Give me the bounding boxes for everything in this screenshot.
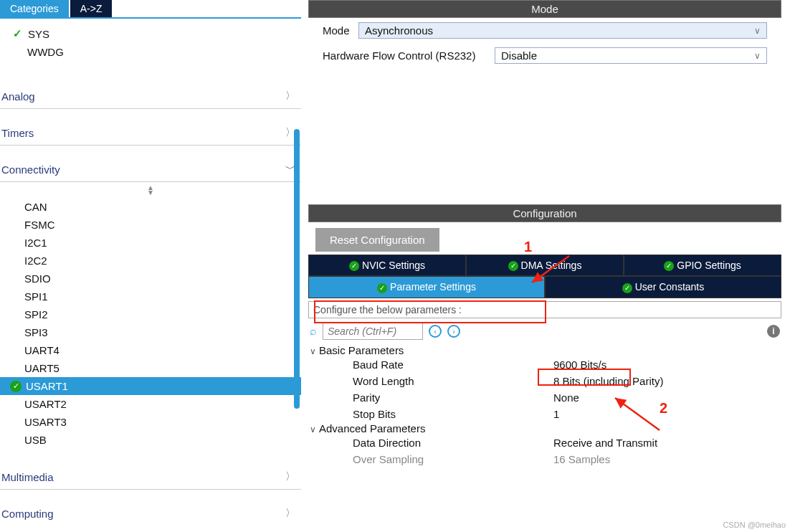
configure-instruction: Configure the below parameters : <box>308 301 781 318</box>
tab-parameter-settings[interactable]: ✓Parameter Settings <box>308 276 545 298</box>
search-input[interactable] <box>323 323 423 340</box>
expand-icon: ∨ <box>310 346 316 356</box>
stop-bits-label: Stop Bits <box>353 408 553 420</box>
section-connectivity[interactable]: Connectivity ﹀ <box>0 156 301 182</box>
scrollbar[interactable] <box>294 129 300 409</box>
expand-icon: ∨ <box>310 424 316 434</box>
tree-item-label: UART5 <box>24 362 60 374</box>
tree-item-spi1[interactable]: SPI1 <box>0 288 301 305</box>
section-computing[interactable]: Computing 〉 <box>0 500 301 526</box>
tree-item-label: SPI3 <box>24 326 48 338</box>
reset-configuration-button[interactable]: Reset Configuration <box>315 228 439 252</box>
check-icon: ✓ <box>349 261 359 271</box>
section-label: Timers <box>1 127 34 139</box>
search-icon[interactable]: ⌕ <box>310 325 317 338</box>
tree-item-usart3[interactable]: USART3 <box>0 413 301 431</box>
tab-nvic-settings[interactable]: ✓NVIC Settings <box>308 255 466 276</box>
hwfc-label: Hardware Flow Control (RS232) <box>323 49 495 62</box>
tree-item[interactable]: WWDG <box>0 43 301 61</box>
section-label: Computing <box>1 508 54 520</box>
check-icon: ✓ <box>13 27 22 40</box>
chevron-right-icon: 〉 <box>285 470 295 483</box>
tree-item-label: I2C1 <box>24 237 47 249</box>
group-basic-parameters[interactable]: ∨Basic Parameters <box>310 344 780 356</box>
prev-button[interactable]: ‹ <box>429 325 442 338</box>
tree-item-spi2[interactable]: SPI2 <box>0 305 301 323</box>
mode-value: Asynchronous <box>365 24 433 37</box>
tree-item-label: I2C2 <box>24 255 47 267</box>
check-icon: ✓ <box>10 381 22 392</box>
check-icon: ✓ <box>664 261 674 271</box>
section-analog[interactable]: Analog 〉 <box>0 82 301 109</box>
sort-handle-icon[interactable]: ▲▼ <box>0 182 301 198</box>
check-icon: ✓ <box>508 261 518 271</box>
tree-item-usb[interactable]: USB <box>0 431 301 449</box>
mode-select[interactable]: Asynchronous ∨ <box>358 22 767 39</box>
data-direction-value[interactable]: Receive and Transmit <box>553 437 657 449</box>
tree-item-spi3[interactable]: SPI3 <box>0 323 301 341</box>
configuration-header: Configuration <box>308 204 781 222</box>
tree-item-label: USB <box>24 434 47 446</box>
over-sampling-value: 16 Samples <box>553 453 610 465</box>
section-multimedia[interactable]: Multimedia 〉 <box>0 463 301 490</box>
info-icon[interactable]: i <box>767 325 780 338</box>
group-advanced-parameters[interactable]: ∨Advanced Parameters <box>310 422 780 434</box>
hwfc-select[interactable]: Disable ∨ <box>495 47 767 64</box>
check-icon: ✓ <box>377 283 387 293</box>
tab-a-to-z[interactable]: A->Z <box>70 0 113 17</box>
tree-item-label: SPI1 <box>24 290 48 303</box>
section-label: Connectivity <box>1 163 60 176</box>
section-label: Analog <box>1 90 35 103</box>
tree-item[interactable]: ✓SYS <box>0 24 301 43</box>
word-length-value[interactable]: 8 Bits (including Parity) <box>553 375 663 387</box>
baud-rate-value[interactable]: 9600 Bits/s <box>553 358 606 371</box>
tree-item-can[interactable]: CAN <box>0 198 301 216</box>
tree-item-label: SDIO <box>24 272 51 285</box>
section-timers[interactable]: Timers 〉 <box>0 119 301 146</box>
tab-underline <box>0 17 301 19</box>
chevron-right-icon: 〉 <box>285 507 295 520</box>
word-length-label: Word Length <box>353 375 553 387</box>
tab-categories[interactable]: Categories <box>0 0 69 17</box>
tree-item-usart1[interactable]: ✓USART1 <box>0 377 301 395</box>
tree-item-sdio[interactable]: SDIO <box>0 270 301 288</box>
next-button[interactable]: › <box>447 325 460 338</box>
tree-item-label: SYS <box>28 28 49 40</box>
tab-user-constants[interactable]: ✓User Constants <box>545 276 781 298</box>
check-icon: ✓ <box>622 283 632 293</box>
tree-item-uart5[interactable]: UART5 <box>0 359 301 377</box>
mode-label: Mode <box>323 24 358 37</box>
tree-item-fsmc[interactable]: FSMC <box>0 216 301 234</box>
tree-item-label: USART3 <box>24 416 67 428</box>
chevron-down-icon: ∨ <box>754 26 761 36</box>
hwfc-value: Disable <box>501 49 537 62</box>
tree-item-label: WWDG <box>27 46 64 58</box>
parity-value[interactable]: None <box>553 391 579 404</box>
tree-item-label: USART2 <box>24 398 67 410</box>
tab-gpio-settings[interactable]: ✓GPIO Settings <box>624 255 781 276</box>
tree-item-i2c2[interactable]: I2C2 <box>0 252 301 270</box>
tab-dma-settings[interactable]: ✓DMA Settings <box>466 255 624 276</box>
tree-item-i2c1[interactable]: I2C1 <box>0 234 301 252</box>
tree-item-usart2[interactable]: USART2 <box>0 395 301 413</box>
over-sampling-label: Over Sampling <box>353 453 553 465</box>
tree-item-label: USART1 <box>26 380 68 392</box>
section-label: Multimedia <box>1 471 54 483</box>
stop-bits-value[interactable]: 1 <box>553 408 559 420</box>
watermark: CSDN @0meihao <box>723 521 786 529</box>
tree-item-label: UART4 <box>24 344 60 356</box>
tree-item-uart4[interactable]: UART4 <box>0 341 301 359</box>
chevron-right-icon: 〉 <box>285 90 295 103</box>
chevron-down-icon: ∨ <box>754 51 761 61</box>
parity-label: Parity <box>353 391 553 404</box>
tree-item-label: CAN <box>24 201 47 213</box>
data-direction-label: Data Direction <box>353 437 553 449</box>
mode-header: Mode <box>308 0 781 18</box>
tree-item-label: SPI2 <box>24 308 48 320</box>
tree-item-label: FSMC <box>24 219 55 231</box>
baud-rate-label: Baud Rate <box>353 358 553 371</box>
